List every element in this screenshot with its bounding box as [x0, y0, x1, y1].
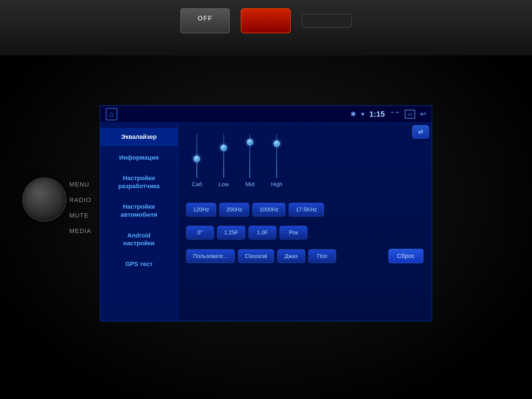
low-label: Low — [219, 181, 229, 188]
sub-slider-track[interactable] — [196, 134, 197, 178]
low-slider-knob[interactable] — [221, 145, 227, 151]
shuffle-button[interactable]: ⇄ — [412, 125, 429, 139]
mid-label: Mid — [245, 181, 254, 188]
sidebar-item-car-settings[interactable]: Настройки автомобиля — [100, 198, 178, 224]
car-surround: OFF MENU RADIO MUTE MEDIA ⌂ ✱ ▾ — [0, 0, 532, 399]
volume-knob[interactable] — [22, 177, 66, 222]
phase-btn-125f[interactable]: 1.25F — [217, 226, 245, 239]
radio-button[interactable]: RADIO — [69, 196, 91, 204]
back-icon[interactable]: ↩ — [420, 110, 426, 118]
window-icon[interactable]: ▭ — [405, 110, 415, 119]
high-channel: High — [271, 134, 282, 189]
side-buttons: MENU RADIO MUTE MEDIA — [69, 181, 91, 235]
main-screen: ⌂ ✱ ▾ 1:15 ⌃⌃ ▭ ↩ Эквалайзер Информация … — [100, 105, 432, 321]
mid-slider-knob[interactable] — [247, 139, 253, 145]
screen-content: Эквалайзер Информация Настройки разработ… — [100, 122, 432, 321]
sidebar-item-android-settings[interactable]: Android настройки — [100, 227, 178, 252]
off-button[interactable]: OFF — [180, 8, 230, 33]
freq-btn-200hz[interactable]: 200Hz — [219, 203, 249, 216]
status-time: 1:15 — [369, 110, 385, 119]
reset-button[interactable]: Сброс — [388, 249, 423, 263]
sub-label: Саб — [192, 181, 202, 188]
status-bar: ⌂ ✱ ▾ 1:15 ⌃⌃ ▭ ↩ — [100, 106, 432, 122]
red-button[interactable] — [241, 8, 291, 33]
shuffle-button-container: ⇄ — [412, 125, 429, 139]
menu-button[interactable]: MENU — [69, 181, 91, 188]
low-slider-track[interactable] — [223, 134, 224, 178]
home-icon[interactable]: ⌂ — [106, 108, 117, 120]
low-channel: Low — [219, 134, 229, 189]
preset-btn-jazz[interactable]: Джаз — [277, 249, 305, 263]
media-button[interactable]: MEDIA — [69, 227, 91, 235]
sidebar-item-equalizer[interactable]: Эквалайзер — [100, 128, 178, 146]
high-slider-knob[interactable] — [274, 140, 280, 147]
bluetooth-icon: ✱ — [351, 110, 356, 118]
mid-slider-track[interactable] — [249, 134, 250, 178]
top-panel: OFF — [0, 0, 532, 55]
mute-button[interactable]: MUTE — [69, 212, 91, 219]
phase-btn-1f[interactable]: 1.0F — [249, 226, 276, 239]
freq-btn-17khz[interactable]: 17.5KHz — [289, 203, 324, 216]
preset-buttons-row: Пользовате... Classical Джаз Поп Сброс — [186, 249, 423, 263]
preset-btn-pop[interactable]: Поп — [308, 249, 336, 263]
equalizer-panel: ⇄ Саб — [178, 122, 432, 321]
freq-btn-120hz[interactable]: 120Hz — [186, 203, 216, 216]
freq-buttons-row: 120Hz 200Hz 1000Hz 17.5KHz — [186, 203, 423, 216]
sidebar-item-gps-test[interactable]: GPS тест — [100, 255, 178, 273]
phase-btn-rock[interactable]: Рок — [280, 226, 307, 239]
phase-btn-0[interactable]: 0° — [186, 226, 214, 239]
freq-btn-1000hz[interactable]: 1000Hz — [252, 203, 285, 216]
wifi-icon: ▾ — [361, 110, 364, 118]
chevron-up-icon: ⌃⌃ — [390, 111, 400, 118]
preset-btn-user[interactable]: Пользовате... — [186, 249, 235, 263]
mid-channel: Mid — [245, 134, 254, 189]
preset-btn-classical[interactable]: Classical — [238, 249, 274, 263]
phase-buttons-row: 0° 1.25F 1.0F Рок — [186, 226, 423, 239]
high-label: High — [271, 181, 282, 188]
status-right: ✱ ▾ 1:15 ⌃⌃ ▭ ↩ — [351, 110, 426, 119]
high-slider-track[interactable] — [276, 134, 277, 178]
sub-channel: Саб — [192, 134, 202, 189]
sub-slider-knob[interactable] — [194, 156, 200, 162]
sidebar-item-info[interactable]: Информация — [100, 149, 178, 167]
sidebar: Эквалайзер Информация Настройки разработ… — [100, 122, 178, 321]
sidebar-item-dev-settings[interactable]: Настройки разработчика — [100, 169, 178, 195]
